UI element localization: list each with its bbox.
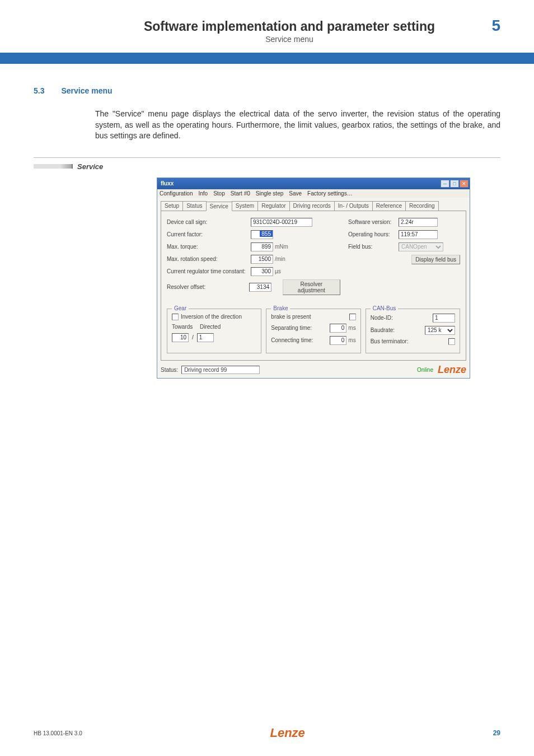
inversion-label: Inversion of the direction [181,314,242,320]
lenze-logo-icon: Lenze [438,364,466,376]
status-value: Driving record 99 [181,366,260,374]
directed-input[interactable] [197,333,214,342]
page-subtitle: Service menu [112,35,467,44]
op-hours-input [399,230,438,239]
canbus-title: CAN-Bus [371,305,399,311]
menubar: Configuration Info Stop Start #0 Single … [157,189,470,198]
cur-reg-tc-input[interactable] [251,267,273,276]
brake-title: Brake [271,305,290,311]
max-torque-label: Max. torque: [167,244,251,250]
tab-system[interactable]: System [232,201,258,211]
footer-doc-id: HB 13.0001-EN 3.0 [34,730,82,736]
header-divider [0,53,534,64]
towards-input[interactable] [172,333,189,342]
device-call-sign-input[interactable] [251,218,312,227]
display-field-bus-button[interactable]: Display field bus [411,255,460,264]
separating-time-unit: ms [348,325,355,331]
tab-setup[interactable]: Setup [161,201,183,211]
sw-version-label: Software version: [348,219,399,225]
canbus-groupbox: CAN-Bus Node-ID: Baudrate: 125 k [366,309,460,353]
tab-recording[interactable]: Recording [405,201,439,211]
menu-factory-settings[interactable]: Factory settings… [307,190,353,197]
separating-time-input[interactable] [330,324,346,333]
cur-reg-tc-unit: µs [275,268,281,274]
current-factor-label: Current factor: [167,231,251,237]
max-rot-speed-input[interactable] [251,255,273,264]
tab-driving-records[interactable]: Driving records [289,201,335,211]
gear-title: Gear [172,305,189,311]
brake-present-checkbox[interactable] [349,314,356,320]
status-label: Status: [161,367,178,373]
window-title: fluxx [161,180,174,186]
towards-label: Towards [172,324,200,330]
brake-present-label: brake is present [271,314,349,320]
tab-strip: Setup Status Service System Regulator Dr… [161,201,466,211]
op-hours-label: Operating hours: [348,231,399,237]
brake-groupbox: Brake brake is present Separating time: … [266,309,360,353]
section-title: Service menu [61,86,112,95]
section-number: 5.3 [34,86,44,95]
window-titlebar[interactable]: fluxx ─ □ ✕ [157,178,470,189]
footer-logo-icon: Lenze [270,726,305,740]
maximize-icon[interactable]: □ [450,180,459,188]
close-icon[interactable]: ✕ [460,180,469,188]
footer-page-number: 29 [493,729,500,737]
divider [34,157,500,158]
resolver-input[interactable] [249,283,271,292]
cur-reg-tc-label: Current regulator time constant: [167,268,251,274]
minimize-icon[interactable]: ─ [441,180,449,188]
resolver-adjustment-button[interactable]: Resolver adjustment [283,279,340,295]
sw-version-input [399,218,438,227]
fluxx-window: fluxx ─ □ ✕ Configuration Info Stop Star… [157,178,470,379]
max-torque-unit: mNm [275,244,288,250]
bus-terminator-checkbox[interactable] [448,338,455,345]
menu-info[interactable]: Info [198,190,208,197]
menu-single-step[interactable]: Single step [256,190,283,197]
field-bus-label: Field bus: [348,244,399,250]
menu-configuration[interactable]: Configuration [160,190,193,197]
resolver-label: Resolver offset: [167,284,249,290]
tab-status[interactable]: Status [182,201,206,211]
max-rot-speed-unit: /min [275,256,285,262]
baudrate-label: Baudrate: [371,327,425,333]
chapter-number: 5 [467,17,500,35]
section-body: The "Service" menu page displays the ele… [95,109,500,142]
gear-groupbox: Gear Inversion of the direction Towards … [167,309,261,353]
menu-start[interactable]: Start #0 [231,190,250,197]
device-call-sign-label: Device call sign: [167,219,251,225]
max-torque-input[interactable] [251,242,273,251]
node-id-label: Node-ID: [371,315,433,321]
tab-reference[interactable]: Reference [372,201,406,211]
separating-time-label: Separating time: [271,325,330,331]
max-rot-speed-label: Max. rotation speed: [167,256,251,262]
menu-stop[interactable]: Stop [213,190,225,197]
connecting-time-input[interactable] [330,336,346,345]
tab-service[interactable]: Service [206,202,232,211]
tab-regulator[interactable]: Regulator [257,201,289,211]
page-title: Software implementation and parameter se… [112,19,467,34]
connecting-time-label: Connecting time: [271,337,330,343]
menu-save[interactable]: Save [289,190,302,197]
connecting-time-unit: ms [348,337,355,343]
callout-bar [34,164,73,169]
service-heading: Service [77,162,103,171]
tab-io[interactable]: In- / Outputs [334,201,373,211]
current-factor-input[interactable]: 855 [260,231,273,237]
node-id-input[interactable] [433,314,455,323]
inversion-checkbox[interactable] [172,314,179,320]
online-indicator: Online [417,367,433,373]
directed-label: Directed [200,324,228,330]
baudrate-select[interactable]: 125 k [425,326,455,335]
bus-terminator-label: Bus terminator: [371,338,448,344]
field-bus-select: CANOpen [399,242,443,251]
